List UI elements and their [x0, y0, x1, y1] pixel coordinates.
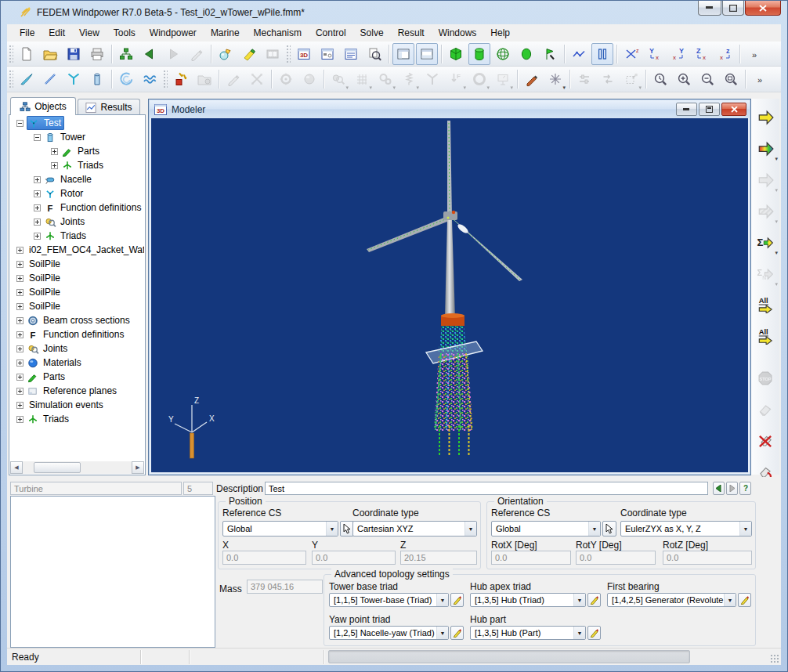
- tree-expander[interactable]: [16, 402, 23, 409]
- hub-apex-edit-button[interactable]: [587, 593, 601, 607]
- display-surface-button[interactable]: [515, 43, 537, 65]
- maximize-button[interactable]: [722, 1, 744, 16]
- zoom-in-button[interactable]: [673, 68, 695, 90]
- yaw-point-edit-button[interactable]: [450, 626, 464, 640]
- tree-expander[interactable]: [16, 374, 23, 381]
- triad-tools-button[interactable]: [421, 68, 443, 90]
- stiffness-tools-button[interactable]: ▾: [351, 68, 373, 90]
- menu-help[interactable]: Help: [483, 25, 517, 41]
- tree-item-rotor[interactable]: Rotor: [10, 186, 144, 201]
- step-forward-button[interactable]: [162, 43, 184, 65]
- hub-part-combo[interactable]: [1,3,5] Hub (Part)▼: [470, 626, 586, 640]
- tree-item-soilpile[interactable]: SoilPile: [10, 257, 144, 271]
- erase-simulation-button[interactable]: [754, 398, 777, 421]
- menu-control[interactable]: Control: [309, 25, 353, 41]
- orientation-pick-button[interactable]: [602, 521, 616, 537]
- tower-base-edit-button[interactable]: [450, 593, 464, 607]
- tree-item-beam-cross-sections[interactable]: Beam cross sections: [10, 313, 144, 327]
- scroll-right-button[interactable]: ▶: [132, 461, 144, 474]
- menu-windows[interactable]: Windows: [432, 25, 484, 41]
- toggle-property-panel-button[interactable]: [416, 43, 438, 65]
- tree-expander[interactable]: [16, 345, 23, 352]
- tree-item-parts[interactable]: Parts: [10, 370, 144, 384]
- tree-item-soilpile[interactable]: SoilPile: [10, 285, 144, 299]
- scroll-thumb[interactable]: [34, 462, 81, 473]
- orientation-reference-cs-combo[interactable]: Global▼: [491, 521, 601, 537]
- toolbar-handle[interactable]: [9, 45, 13, 63]
- tree-expander[interactable]: [51, 162, 58, 169]
- erase-item-button[interactable]: [186, 43, 208, 65]
- position-z-field[interactable]: 20.15: [400, 551, 477, 565]
- hub-apex-triad-combo[interactable]: [1,3,5] Hub (Triad)▼: [470, 593, 586, 607]
- minimize-button[interactable]: [698, 1, 721, 16]
- joint-tools-button[interactable]: ▾: [327, 68, 349, 90]
- modeler-restore-button[interactable]: [699, 103, 720, 116]
- scroll-left-button[interactable]: ◀: [10, 461, 23, 474]
- tree-item-parts[interactable]: Parts: [10, 144, 144, 158]
- tree-expander[interactable]: [34, 204, 41, 211]
- ball-joint-button[interactable]: [298, 68, 320, 90]
- tree-expander[interactable]: [16, 359, 23, 367]
- toolbar-handle[interactable]: [286, 45, 291, 63]
- revolute-joint-button[interactable]: [275, 68, 297, 90]
- display-wireframe-button[interactable]: [492, 43, 514, 65]
- tab-results[interactable]: Results: [78, 99, 140, 115]
- solve-events-button[interactable]: All: [754, 324, 777, 348]
- modeler-titlebar[interactable]: 3D Modeler: [150, 100, 750, 118]
- yaw-point-triad-combo[interactable]: [1,2,5] Nacelle-yaw (Triad)▼: [329, 626, 449, 640]
- tree-item-i02-fem-oc4-jacket-wate[interactable]: i02_FEM_OC4_Jacket_Wate: [10, 243, 144, 257]
- menu-marine[interactable]: Marine: [204, 25, 247, 41]
- tree-item-triads[interactable]: Triads: [10, 412, 144, 426]
- tree-item-test[interactable]: Test: [10, 116, 144, 130]
- create-load-button[interactable]: [170, 68, 192, 90]
- tower-base-triad-combo[interactable]: [1,1,5] Tower-base (Triad)▼: [329, 593, 449, 607]
- menu-tools[interactable]: Tools: [107, 25, 143, 41]
- open-model-button[interactable]: [39, 43, 61, 65]
- orientation-roty-field[interactable]: 0.0: [576, 551, 656, 565]
- tree-item-triads[interactable]: Triads: [10, 158, 144, 172]
- tree-item-triads[interactable]: Triads: [10, 229, 144, 243]
- more-buttons-row2-button[interactable]: »: [749, 68, 771, 90]
- tree-item-joints[interactable]: Joints: [10, 215, 144, 229]
- tree-expander[interactable]: [51, 148, 58, 155]
- tree-hscrollbar[interactable]: ◀ ▶: [10, 461, 144, 474]
- help-button[interactable]: ?: [739, 482, 751, 495]
- sketch-pen-button[interactable]: [222, 68, 244, 90]
- tree-expander[interactable]: [16, 416, 23, 423]
- tree-item-joints[interactable]: Joints: [10, 341, 144, 356]
- tree-expander[interactable]: [16, 331, 23, 338]
- menu-edit[interactable]: Edit: [42, 25, 72, 41]
- gear-tools-button[interactable]: ▾: [374, 68, 396, 90]
- menu-result[interactable]: Result: [391, 25, 432, 41]
- position-x-field[interactable]: 0.0: [222, 551, 306, 565]
- tree-item-nacelle[interactable]: Nacelle: [10, 172, 144, 186]
- erase-results-button[interactable]: [754, 429, 777, 453]
- sub-assembly-list[interactable]: [10, 496, 215, 648]
- sticker-pen-button[interactable]: [521, 68, 543, 90]
- import-part-button[interactable]: [193, 68, 215, 90]
- align-objects-button[interactable]: [597, 68, 619, 90]
- tree-expander[interactable]: [16, 289, 23, 296]
- menu-mechanism[interactable]: Mechanism: [247, 25, 309, 41]
- orientation-rotz-field[interactable]: 0.0: [663, 551, 752, 565]
- zoom-history-button[interactable]: [649, 68, 671, 90]
- tree-expander[interactable]: [16, 261, 23, 268]
- orientation-rotx-field[interactable]: 0.0: [491, 551, 571, 565]
- view-xy-button[interactable]: xY: [667, 43, 689, 65]
- adjust-sliders-button[interactable]: [573, 68, 595, 90]
- zoom-all-button[interactable]: [720, 68, 742, 90]
- tree-item-soilpile[interactable]: SoilPile: [10, 271, 144, 285]
- tire-tools-button[interactable]: ▾: [468, 68, 490, 90]
- position-coordinate-type-combo[interactable]: Cartesian XYZ▼: [352, 521, 477, 537]
- tree-expander[interactable]: [16, 275, 23, 282]
- tree-expander[interactable]: [16, 303, 23, 310]
- print-button[interactable]: [86, 43, 108, 65]
- menu-windpower[interactable]: Windpower: [143, 25, 204, 41]
- modeler-close-button[interactable]: [721, 103, 746, 116]
- tree-item-soilpile[interactable]: SoilPile: [10, 299, 144, 313]
- force-tools-button[interactable]: F▾: [445, 68, 467, 90]
- marine-waves-button[interactable]: [139, 68, 161, 90]
- tree-expander[interactable]: [34, 176, 41, 183]
- zoom-out-button[interactable]: [696, 68, 718, 90]
- close-button[interactable]: [745, 1, 781, 16]
